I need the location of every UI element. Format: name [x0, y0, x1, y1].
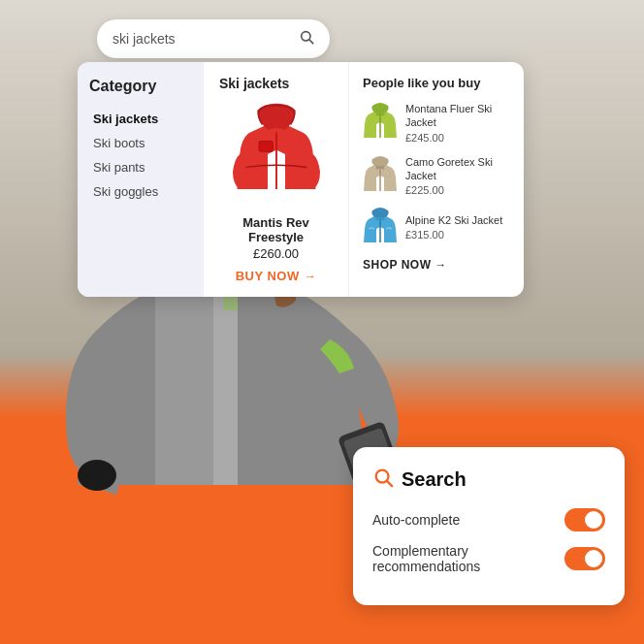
featured-product-section: Ski jackets	[204, 62, 349, 297]
recommendations-row: Complementary recommendations	[372, 543, 605, 574]
svg-rect-14	[259, 142, 273, 152]
featured-product: Mantis Rev Freestyle £260.00 BUY NOW →	[219, 101, 333, 283]
search-panel-title: Search	[402, 468, 467, 491]
search-panel-header: Search	[372, 467, 605, 493]
category-item-ski-pants[interactable]: Ski pants	[89, 155, 192, 179]
also-buy-thumb-3	[363, 208, 398, 246]
category-item-ski-jackets[interactable]: Ski jackets	[89, 107, 192, 131]
autocomplete-label: Auto-complete	[372, 512, 460, 528]
buy-now-button[interactable]: BUY NOW →	[236, 269, 317, 283]
category-title: Category	[89, 78, 192, 95]
search-panel: Search Auto-complete Complementary recom…	[353, 447, 625, 605]
search-icon[interactable]	[299, 29, 314, 48]
recommendations-label: Complementary recommendations	[372, 543, 564, 574]
category-item-ski-goggles[interactable]: Ski goggles	[89, 179, 192, 204]
category-item-ski-boots[interactable]: Ski boots	[89, 131, 192, 155]
also-buy-thumb-1	[363, 103, 398, 142]
also-buy-name-1: Montana Fluer Ski Jacket	[405, 102, 510, 130]
product-section-title: Ski jackets	[219, 76, 333, 91]
svg-line-12	[309, 40, 313, 44]
search-bar[interactable]	[97, 19, 330, 58]
also-buy-item-2[interactable]: Camo Goretex Ski Jacket £225.00	[363, 155, 510, 197]
search-bar-container	[97, 19, 330, 58]
also-buy-price-3: £315.00	[405, 229, 502, 241]
also-buy-item-1[interactable]: Montana Fluer Ski Jacket £245.00	[363, 102, 510, 144]
also-buy-name-2: Camo Goretex Ski Jacket	[405, 155, 510, 183]
also-buy-item-3[interactable]: Alpine K2 Ski Jacket £315.00	[363, 208, 510, 246]
also-buy-price-2: £225.00	[405, 184, 510, 196]
also-buy-info-1: Montana Fluer Ski Jacket £245.00	[405, 102, 510, 144]
results-panel: Category Ski jackets Ski boots Ski pants…	[78, 62, 524, 297]
featured-product-price: £260.00	[253, 246, 299, 261]
svg-line-19	[387, 481, 392, 486]
also-buy-panel: People like you buy Montana Fluer Ski Ja…	[349, 62, 524, 297]
shop-now-button[interactable]: SHOP NOW →	[363, 258, 510, 272]
also-buy-price-1: £245.00	[405, 132, 510, 144]
featured-product-name: Mantis Rev Freestyle	[219, 215, 333, 244]
featured-jacket-image	[233, 101, 320, 208]
recommendations-toggle[interactable]	[564, 547, 605, 570]
svg-point-10	[78, 460, 116, 491]
autocomplete-row: Auto-complete	[372, 508, 605, 531]
search-panel-icon	[372, 467, 394, 493]
also-buy-thumb-2	[363, 156, 398, 195]
category-sidebar: Category Ski jackets Ski boots Ski pants…	[78, 62, 204, 297]
autocomplete-toggle[interactable]	[564, 508, 605, 531]
search-input[interactable]	[113, 31, 291, 47]
also-buy-name-3: Alpine K2 Ski Jacket	[405, 213, 502, 227]
also-buy-info-2: Camo Goretex Ski Jacket £225.00	[405, 155, 510, 197]
also-buy-title: People like you buy	[363, 76, 510, 90]
also-buy-info-3: Alpine K2 Ski Jacket £315.00	[405, 213, 502, 241]
